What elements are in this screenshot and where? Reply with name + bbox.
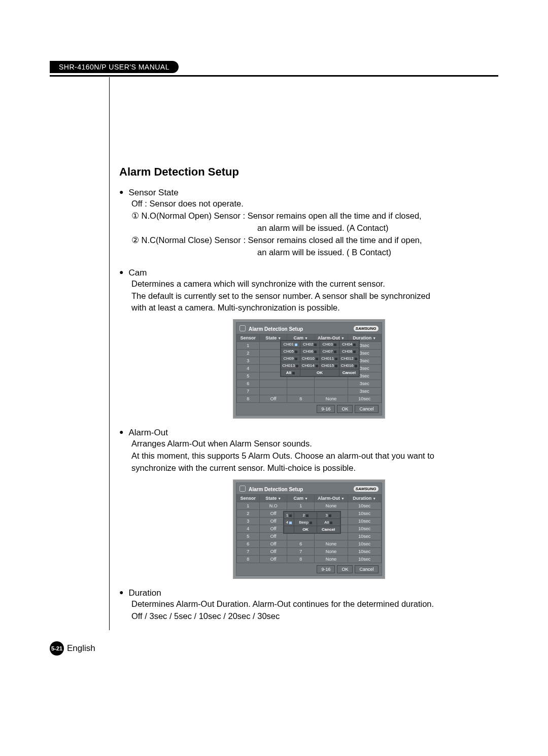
table-row: 6Off6None10sec [236, 540, 381, 548]
popup-cancel: Cancel [317, 526, 340, 533]
col-sensor: Sensor [236, 334, 260, 342]
cam-line3: with at least a camera. Multi-synchroniz… [131, 302, 498, 314]
alarm-out-line1: Arranges Alarm-Out when Alarm Sensor sou… [131, 438, 498, 450]
col-dur: Duration [353, 496, 371, 501]
page-range-button: 9-16 [317, 565, 335, 573]
col-state: State [265, 335, 277, 340]
cam-line1: Determines a camera which will synchroni… [131, 278, 498, 290]
bullet-icon: ● [119, 428, 123, 436]
cam-heading: Cam [128, 268, 147, 278]
sensor-no-line1: ① N.O(Normal Open) Sensor : Sensor remai… [131, 210, 498, 222]
sensor-nc-line1: ② N.C(Normal Close) Sensor : Sensor rema… [131, 234, 498, 247]
ok-button: OK [337, 405, 353, 413]
section-title: Alarm Detection Setup [119, 165, 498, 179]
dvr-title-icon [239, 325, 246, 331]
bullet-icon: ● [119, 588, 123, 596]
sensor-state-heading: Sensor State [128, 188, 178, 198]
dvr-title-text: Alarm Detection Setup [249, 487, 303, 492]
bullet-icon: ● [119, 188, 123, 196]
table-row: 63sec [236, 380, 381, 388]
sensor-nc-line2: an alarm will be issued. ( B Contact) [257, 247, 498, 259]
dvr-title-icon [239, 486, 246, 492]
popup-ok: OK [300, 369, 339, 376]
alarm-out-heading: Alarm-Out [128, 428, 167, 438]
alarm-out-line2: At this moment, this supports 5 Alarm Ou… [131, 450, 498, 462]
alarm-out-select-popup: 1 2 3 4 Beep All OK [283, 511, 341, 534]
page-number-badge: 5-21 [50, 641, 64, 656]
manual-title: SHR-4160N/P USER'S MANUAL [50, 61, 179, 73]
cam-select-popup: CH01 CH02 CH03 CH04 CH05 CH06 CH07 CH08 [280, 340, 360, 377]
duration-line2: Off / 3sec / 5sec / 10sec / 20sec / 30se… [131, 610, 498, 623]
popup-all: All [286, 370, 291, 375]
table-row: 8Off8None10sec [236, 395, 381, 403]
table-row: 7Off7None10sec [236, 548, 381, 556]
cancel-button: Cancel [355, 405, 378, 413]
table-row: 73sec [236, 388, 381, 395]
col-cam: Cam [293, 496, 303, 501]
duration-heading: Duration [128, 588, 161, 598]
page-language-label: English [67, 643, 95, 654]
duration-line1: Determines Alarm-Out Duration. Alarm-Out… [131, 598, 498, 610]
sensor-off-line: Off : Sensor does not operate. [131, 198, 498, 210]
dvr-screenshot-cam: Alarm Detection Setup SAMSUNG Sensor Sta… [233, 319, 385, 419]
dvr-logo: SAMSUNG [354, 486, 379, 492]
alarm-out-line3: synchronize with the current sensor. Mul… [131, 462, 498, 474]
table-row: 8Off8None10sec [236, 556, 381, 563]
col-sensor: Sensor [236, 495, 260, 502]
bullet-icon: ● [119, 268, 123, 276]
col-out: Alarm-Out [318, 496, 340, 501]
vertical-rule [109, 77, 110, 630]
page-range-button: 9-16 [317, 405, 335, 413]
table-row: 1N.O1None10sec [236, 502, 381, 510]
popup-cancel: Cancel [339, 369, 359, 376]
ok-button: OK [337, 565, 353, 573]
dvr-logo: SAMSUNG [354, 326, 379, 331]
sensor-no-line2: an alarm will be issued. (A Contact) [257, 222, 498, 234]
col-state: State [265, 496, 277, 501]
dvr-screenshot-alarmout: Alarm Detection Setup SAMSUNG Sensor Sta… [233, 479, 385, 579]
cam-line2: The default is currently set to the sens… [131, 290, 498, 302]
popup-ok: OK [294, 526, 317, 533]
cancel-button: Cancel [355, 565, 378, 573]
dvr-title-text: Alarm Detection Setup [249, 326, 303, 332]
